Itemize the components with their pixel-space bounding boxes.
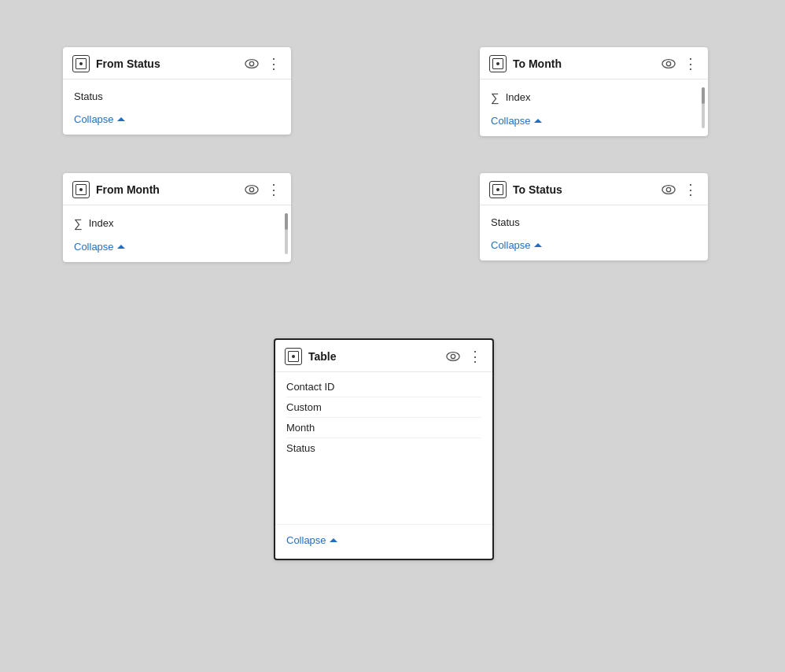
dots-icon: ⋮ bbox=[684, 57, 697, 71]
to-month-header: To Month ⋮ bbox=[480, 47, 708, 79]
table-field-custom: Custom bbox=[286, 397, 481, 417]
from-status-title: From Status bbox=[96, 57, 237, 70]
dots-icon: ⋮ bbox=[267, 57, 280, 71]
from-month-icon bbox=[72, 181, 90, 198]
from-month-eye-button[interactable] bbox=[243, 183, 260, 197]
svg-point-5 bbox=[666, 61, 670, 65]
from-month-header: From Month ⋮ bbox=[63, 173, 291, 205]
table-collapse-button[interactable]: Collapse bbox=[286, 534, 337, 546]
dots-icon: ⋮ bbox=[684, 183, 697, 197]
to-month-menu-button[interactable]: ⋮ bbox=[682, 55, 698, 72]
chevron-up-icon bbox=[534, 119, 542, 123]
to-status-collapse-label: Collapse bbox=[491, 239, 531, 251]
from-status-actions: ⋮ bbox=[243, 55, 282, 72]
scrollbar[interactable] bbox=[285, 213, 288, 254]
table-field-list: Contact ID Custom Month Status bbox=[275, 372, 492, 461]
eye-icon bbox=[446, 351, 460, 362]
svg-point-4 bbox=[662, 60, 675, 68]
from-status-card: From Status ⋮ Status Collapse bbox=[63, 47, 291, 135]
eye-icon bbox=[662, 58, 676, 69]
to-status-collapse-button[interactable]: Collapse bbox=[491, 239, 542, 251]
table-empty-space bbox=[275, 461, 492, 524]
from-month-title: From Month bbox=[96, 183, 237, 196]
svg-point-7 bbox=[666, 187, 670, 191]
to-month-body: ∑ Index Collapse bbox=[480, 79, 708, 136]
svg-point-8 bbox=[447, 353, 459, 361]
to-status-eye-button[interactable] bbox=[660, 183, 677, 197]
sigma-icon: ∑ bbox=[491, 90, 499, 104]
from-status-collapse-button[interactable]: Collapse bbox=[74, 113, 125, 125]
to-month-icon bbox=[489, 55, 507, 72]
to-status-card: To Status ⋮ Status Collapse bbox=[480, 173, 708, 260]
from-status-header: From Status ⋮ bbox=[63, 47, 291, 79]
table-collapse-label: Collapse bbox=[286, 534, 326, 546]
from-status-eye-button[interactable] bbox=[243, 57, 260, 71]
sigma-icon: ∑ bbox=[74, 216, 83, 230]
to-status-icon bbox=[489, 181, 507, 198]
scroll-thumb bbox=[285, 213, 288, 230]
to-month-eye-button[interactable] bbox=[660, 57, 677, 71]
from-status-field-status: Status bbox=[74, 87, 280, 105]
table-collapse-area: Collapse bbox=[275, 524, 492, 559]
from-status-body: Status Collapse bbox=[63, 79, 291, 135]
table-field-contact-id: Contact ID bbox=[286, 377, 481, 397]
dots-icon: ⋮ bbox=[267, 183, 280, 197]
to-status-title: To Status bbox=[513, 183, 654, 196]
table-card: Table ⋮ Contact ID Custom Month Status C… bbox=[274, 338, 494, 560]
scroll-thumb bbox=[702, 87, 705, 104]
from-month-field-label: Index bbox=[89, 217, 114, 229]
from-status-collapse-label: Collapse bbox=[74, 113, 114, 125]
to-status-header: To Status ⋮ bbox=[480, 173, 708, 205]
to-status-body: Status Collapse bbox=[480, 205, 708, 260]
to-status-field-label: Status bbox=[491, 216, 520, 228]
from-month-actions: ⋮ bbox=[243, 181, 282, 198]
from-month-body: ∑ Index Collapse bbox=[63, 205, 291, 262]
to-month-collapse-button[interactable]: Collapse bbox=[491, 115, 542, 127]
table-field-month: Month bbox=[286, 417, 481, 438]
eye-icon bbox=[245, 58, 259, 69]
to-status-menu-button[interactable]: ⋮ bbox=[682, 181, 698, 198]
to-status-actions: ⋮ bbox=[660, 181, 698, 198]
to-month-field-label: Index bbox=[506, 91, 531, 103]
svg-point-9 bbox=[451, 354, 455, 358]
chevron-up-icon bbox=[117, 117, 125, 121]
to-month-card: To Month ⋮ ∑ Index Collapse bbox=[480, 47, 708, 136]
to-month-actions: ⋮ bbox=[660, 55, 698, 72]
svg-point-0 bbox=[245, 60, 258, 68]
table-title: Table bbox=[308, 350, 438, 363]
chevron-up-icon bbox=[330, 538, 337, 542]
dots-icon: ⋮ bbox=[468, 349, 481, 364]
table-field-status: Status bbox=[286, 438, 481, 458]
to-month-title: To Month bbox=[513, 57, 654, 70]
table-eye-button[interactable] bbox=[444, 349, 462, 364]
svg-point-3 bbox=[249, 187, 253, 191]
from-month-card: From Month ⋮ ∑ Index Collapse bbox=[63, 173, 291, 262]
to-month-field-index: ∑ Index bbox=[491, 87, 689, 107]
to-month-collapse-label: Collapse bbox=[491, 115, 531, 127]
svg-point-6 bbox=[662, 186, 675, 194]
svg-point-1 bbox=[249, 61, 253, 65]
from-month-collapse-label: Collapse bbox=[74, 241, 114, 253]
table-actions: ⋮ bbox=[444, 348, 483, 365]
to-status-field-status: Status bbox=[491, 213, 697, 231]
from-status-field-label: Status bbox=[74, 90, 103, 102]
from-month-collapse-button[interactable]: Collapse bbox=[74, 241, 125, 253]
table-header: Table ⋮ bbox=[275, 340, 492, 372]
table-icon bbox=[285, 348, 302, 365]
from-status-menu-button[interactable]: ⋮ bbox=[265, 55, 282, 72]
from-status-icon bbox=[72, 55, 90, 72]
svg-point-2 bbox=[245, 186, 258, 194]
from-month-menu-button[interactable]: ⋮ bbox=[265, 181, 282, 198]
scrollbar[interactable] bbox=[702, 87, 705, 128]
table-menu-button[interactable]: ⋮ bbox=[466, 348, 483, 365]
eye-icon bbox=[662, 184, 676, 195]
chevron-up-icon bbox=[534, 243, 542, 247]
eye-icon bbox=[245, 184, 259, 195]
chevron-up-icon bbox=[117, 245, 125, 249]
from-month-field-index: ∑ Index bbox=[74, 213, 272, 233]
